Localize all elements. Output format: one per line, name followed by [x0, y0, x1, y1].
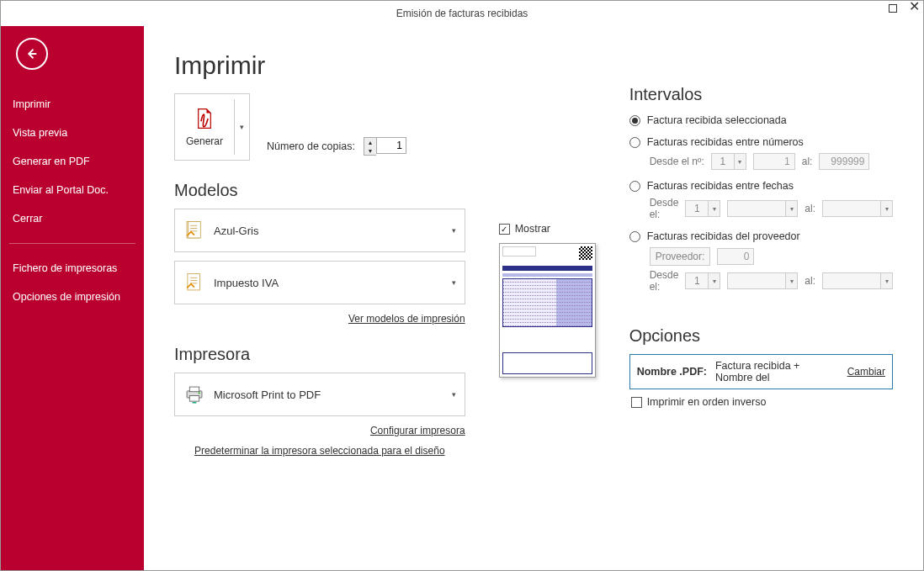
maximize-icon [889, 4, 897, 13]
sidebar-item-fichero-impresoras[interactable]: Fichero de impresoras [1, 254, 144, 283]
prov-date-to-combo[interactable]: ▾ [822, 272, 893, 289]
date-to-input[interactable] [822, 200, 881, 217]
printer-select[interactable]: Microsoft Print to PDF ▾ [174, 373, 465, 416]
provider-label-box: Proveedor: [650, 247, 711, 266]
date-from-input[interactable] [727, 200, 786, 217]
reverse-order-label: Imprimir en orden inverso [647, 396, 767, 408]
copies-input[interactable] [376, 137, 406, 154]
svg-rect-1 [189, 221, 201, 238]
chevron-down-icon: ▾ [881, 272, 893, 289]
radio-selected-invoice[interactable] [629, 115, 640, 126]
radio-between-dates-label: Facturas recibidas entre fechas [647, 180, 794, 192]
prov-date-to-input[interactable] [822, 272, 881, 289]
arrow-left-icon [24, 46, 40, 61]
date-to-combo[interactable]: ▾ [822, 200, 893, 217]
spin-down-icon[interactable]: ▼ [364, 146, 376, 155]
pdf-name-value: Factura recibida + Nombre del [715, 360, 839, 383]
generate-dropdown[interactable]: ▾ [234, 99, 249, 155]
radio-provider-label: Facturas recibidas del proveedor [647, 230, 800, 242]
set-default-printer-link[interactable]: Predeterminar la impresora seleccionada … [194, 445, 445, 457]
pdf-name-change-link[interactable]: Cambiar [847, 366, 885, 378]
generate-button[interactable]: Generar [175, 99, 234, 155]
qr-icon [579, 246, 592, 260]
chevron-down-icon: ▾ [786, 272, 798, 289]
svg-rect-7 [193, 402, 197, 404]
window-title: Emisión de facturas recibidas [396, 8, 528, 19]
serie-date-select[interactable]: ▾ [685, 200, 720, 217]
chevron-down-icon: ▾ [709, 200, 720, 217]
from-date-label: Desde el: [650, 197, 679, 220]
intervals-heading: Intervalos [629, 85, 893, 104]
view-models-link[interactable]: Ver modelos de impresión [348, 313, 465, 325]
radio-between-numbers-label: Facturas recibidas entre números [647, 136, 804, 148]
sidebar-item-enviar-portal[interactable]: Enviar al Portal Doc. [1, 176, 144, 204]
radio-selected-invoice-label: Factura recibida seleccionada [647, 114, 787, 126]
svg-rect-4 [189, 387, 199, 392]
provider-code-input[interactable] [717, 248, 754, 265]
print-preview-thumbnail[interactable] [499, 243, 596, 378]
close-button[interactable]: ✕ [909, 3, 920, 15]
chevron-down-icon: ▾ [452, 278, 456, 287]
options-heading: Opciones [629, 326, 893, 346]
sidebar-item-cerrar[interactable]: Cerrar [1, 204, 144, 233]
pdf-icon [194, 108, 215, 132]
generate-box: Generar ▾ [174, 93, 250, 161]
pdf-name-option[interactable]: Nombre .PDF: Factura recibida + Nombre d… [629, 354, 893, 389]
sidebar-separator [9, 243, 135, 244]
prov-date-from-combo[interactable]: ▾ [727, 272, 798, 289]
reverse-order-checkbox[interactable] [631, 397, 642, 408]
model-select-1[interactable]: Azul-Gris ▾ [174, 209, 465, 252]
page-title: Imprimir [174, 51, 465, 80]
radio-between-numbers[interactable] [629, 137, 640, 148]
sidebar-item-imprimir[interactable]: Imprimir [1, 90, 144, 119]
printer-heading: Impresora [174, 345, 465, 364]
svg-point-6 [199, 392, 200, 394]
to-label-3: al: [805, 275, 815, 287]
back-button[interactable] [16, 38, 48, 70]
serie-date-input[interactable] [685, 200, 709, 217]
sidebar-item-opciones-impresion[interactable]: Opciones de impresión [1, 283, 144, 311]
chevron-down-icon: ▾ [452, 390, 456, 399]
models-heading: Modelos [174, 181, 465, 200]
model-1-label: Azul-Gris [214, 225, 452, 237]
sidebar: Imprimir Vista previa Generar en PDF Env… [1, 26, 144, 570]
page-icon [183, 219, 205, 241]
to-label-2: al: [805, 203, 815, 214]
number-to-input[interactable] [819, 153, 869, 170]
number-from-input[interactable] [753, 153, 795, 170]
chevron-down-icon: ▾ [786, 200, 798, 217]
page-icon [183, 272, 205, 293]
radio-provider[interactable] [629, 231, 640, 242]
serie-from-input[interactable] [711, 153, 735, 170]
from-date-label-2: Desde el: [650, 269, 679, 293]
to-label: al: [802, 156, 813, 167]
model-2-label: Impuesto IVA [214, 277, 452, 289]
date-from-combo[interactable]: ▾ [727, 200, 798, 217]
chevron-down-icon: ▾ [709, 272, 720, 289]
printer-name: Microsoft Print to PDF [214, 389, 452, 401]
maximize-button[interactable] [889, 3, 897, 15]
model-select-2[interactable]: Impuesto IVA ▾ [174, 261, 465, 304]
radio-between-dates[interactable] [629, 181, 640, 192]
chevron-down-icon: ▾ [452, 226, 456, 235]
configure-printer-link[interactable]: Configurar impresora [370, 425, 465, 436]
printer-icon [183, 383, 205, 405]
serie-prov-input[interactable] [685, 272, 709, 289]
sidebar-item-vista-previa[interactable]: Vista previa [1, 119, 144, 147]
title-bar: Emisión de facturas recibidas ✕ [1, 1, 923, 26]
prov-date-from-input[interactable] [727, 272, 786, 289]
svg-rect-5 [189, 396, 199, 402]
show-preview-label: Mostrar [515, 223, 550, 235]
pdf-name-key: Nombre .PDF: [637, 366, 707, 378]
chevron-down-icon: ▾ [735, 153, 746, 170]
sidebar-item-generar-pdf[interactable]: Generar en PDF [1, 147, 144, 176]
chevron-down-icon: ▾ [881, 200, 893, 217]
serie-from-select[interactable]: ▾ [711, 153, 746, 170]
copies-label: Número de copias: [267, 140, 355, 152]
serie-prov-select[interactable]: ▾ [685, 272, 720, 289]
from-number-label: Desde el nº: [650, 156, 704, 167]
generate-label: Generar [186, 135, 223, 147]
copies-spinner[interactable]: ▲▼ [364, 137, 406, 156]
show-preview-checkbox[interactable]: ✓ [499, 224, 510, 235]
spin-up-icon[interactable]: ▲ [364, 138, 376, 146]
